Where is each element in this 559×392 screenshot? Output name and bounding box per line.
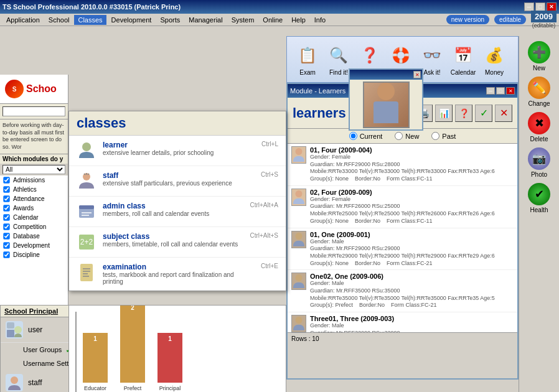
module-discipline-checkbox[interactable] — [3, 251, 9, 258]
module-development-checkbox[interactable] — [3, 242, 9, 248]
module-competition-checkbox[interactable] — [3, 223, 9, 230]
filter-new-radio[interactable] — [395, 132, 403, 140]
delete-action-button[interactable]: ✖ Delete — [524, 112, 555, 142]
svg-point-23 — [296, 274, 303, 281]
close-button[interactable]: ✕ — [547, 2, 557, 11]
health-action-button[interactable]: ✔ Health — [524, 183, 555, 213]
bar-educator[interactable]: 1 — [83, 333, 108, 383]
bar-educator-label: Educator — [84, 385, 106, 391]
menu-school[interactable]: School — [45, 15, 73, 25]
learners-close-btn[interactable]: ✕ — [506, 87, 515, 95]
filter-current[interactable]: Current — [349, 132, 383, 140]
editable-button[interactable]: editable — [494, 15, 526, 24]
class-staff-shortcut: Ctrl+S — [261, 171, 278, 178]
help-learners-button[interactable]: ❓ — [455, 105, 472, 122]
module-awards-label: Awards — [13, 205, 34, 212]
module-competition[interactable]: Competition — [0, 222, 68, 231]
menu-sports[interactable]: Sports — [156, 15, 184, 25]
class-menu-exam[interactable]: examination tests, markbook and report c… — [69, 258, 286, 291]
filter-past-radio[interactable] — [431, 132, 439, 140]
svg-point-18 — [14, 326, 22, 334]
new-version-button[interactable]: new version — [446, 15, 489, 24]
class-exam-name: examination — [103, 263, 255, 271]
calendar-tool[interactable]: 📅 Calendar — [448, 43, 479, 76]
exam-icon: 📋 — [295, 43, 320, 68]
menu-application[interactable]: Application — [2, 15, 44, 25]
photo-popup-close-btn[interactable]: ✕ — [413, 71, 421, 78]
money-icon: 💰 — [482, 43, 507, 68]
bar-educator-group: 1 Educator — [83, 333, 108, 391]
minimize-button[interactable]: ─ — [524, 2, 534, 11]
module-database[interactable]: Database — [0, 231, 68, 241]
svg-point-22 — [296, 233, 303, 240]
module-calendar[interactable]: Calendar — [0, 213, 68, 222]
module-attendance[interactable]: Attendance — [0, 194, 68, 203]
new-action-button[interactable]: ➕ New — [524, 41, 555, 72]
svg-point-20 — [296, 148, 303, 155]
learner-avatar-0 — [291, 146, 306, 164]
learner-detail-0: Gender: FemaleGuardian: Mr.RFF29000 RSu:… — [310, 154, 514, 183]
editable-label: (editable) — [532, 22, 556, 29]
filter-new[interactable]: New — [395, 132, 419, 140]
learners-maximize-btn[interactable]: □ — [496, 87, 505, 95]
menu-classes[interactable]: Classes — [74, 15, 106, 25]
learners-heading: learners — [293, 105, 346, 121]
export-button[interactable]: 📊 — [435, 105, 453, 122]
confirm-button[interactable]: ✓ — [475, 105, 492, 122]
bar-principal[interactable]: 1 — [157, 333, 182, 383]
module-attendance-label: Attendance — [13, 195, 45, 202]
menu-info[interactable]: Info — [311, 15, 329, 25]
learner-info-1: 02, Four (2009-009) Gender: FemaleGuardi… — [310, 189, 514, 225]
menu-managerial[interactable]: Managerial — [185, 15, 226, 25]
menu-online[interactable]: Online — [259, 15, 286, 25]
sidebar-info-text: Before working with day-to-day basis all… — [0, 119, 68, 154]
class-menu-admin[interactable]: admin class members, roll call and calen… — [69, 197, 286, 227]
module-attendance-checkbox[interactable] — [3, 195, 9, 202]
maximize-button[interactable]: □ — [535, 2, 545, 11]
class-menu-subject[interactable]: 2+2 subject class members, timetable, ro… — [69, 227, 286, 258]
learner-item-3[interactable]: One02, One (2009-006) Gender: MaleGuardi… — [288, 270, 517, 312]
svg-point-0 — [82, 142, 91, 151]
module-discipline[interactable]: Discipline — [0, 250, 68, 259]
exam-tool[interactable]: 📋 Exam — [292, 43, 323, 76]
class-exam-shortcut: Ctrl+E — [261, 263, 278, 269]
class-menu-learner[interactable]: learner extensive learner details, prior… — [69, 136, 286, 166]
svg-rect-16 — [7, 322, 14, 329]
module-awards-checkbox[interactable] — [3, 205, 9, 211]
learner-item-4[interactable]: Three01, Three (2009-003) Gender: MaleGu… — [288, 312, 517, 332]
learner-item-0[interactable]: 01, Four (2009-004) Gender: FemaleGuardi… — [288, 144, 517, 186]
staff-panel-icon — [6, 374, 23, 391]
module-awards[interactable]: Awards — [0, 203, 68, 213]
menu-help[interactable]: Help — [288, 15, 309, 25]
cancel-learners-button[interactable]: ✕ — [495, 105, 512, 122]
learners-minimize-btn[interactable]: ─ — [486, 87, 495, 95]
bar-prefect[interactable]: 2 — [120, 305, 145, 383]
module-development[interactable]: Development — [0, 241, 68, 250]
learner-item-2[interactable]: 01, One (2009-001) Gender: MaleGuardian:… — [288, 228, 517, 271]
module-database-checkbox[interactable] — [3, 233, 9, 239]
module-athletics[interactable]: Athletics — [0, 185, 68, 194]
module-calendar-checkbox[interactable] — [3, 214, 9, 220]
filter-current-radio[interactable] — [349, 132, 357, 140]
class-menu-staff[interactable]: staff extensive staff particulars, previ… — [69, 166, 286, 197]
learner-icon — [77, 141, 96, 161]
change-action-button[interactable]: ✏️ Change — [524, 77, 555, 107]
class-subject-name: subject class — [103, 232, 243, 241]
photo-action-button[interactable]: 📷 Photo — [524, 147, 555, 178]
silhouette-head — [377, 83, 395, 100]
svg-rect-6 — [79, 205, 94, 209]
module-admissions[interactable]: Admissions — [0, 175, 68, 185]
learner-item-1[interactable]: 02, Four (2009-009) Gender: FemaleGuardi… — [288, 186, 517, 228]
module-athletics-checkbox[interactable] — [3, 186, 9, 192]
module-admissions-checkbox[interactable] — [3, 177, 9, 183]
menu-system[interactable]: System — [228, 15, 258, 25]
learner-name-3: One02, One (2009-006) — [310, 273, 514, 280]
class-staff-desc: extensive staff particulars, previous ex… — [103, 180, 255, 187]
user-groups-label: User Groups — [23, 346, 62, 353]
menu-development[interactable]: Development — [108, 15, 156, 25]
money-tool[interactable]: 💰 Money — [479, 43, 510, 76]
module-admissions-label: Admissions — [13, 177, 45, 184]
search-input[interactable] — [2, 106, 65, 116]
filter-past[interactable]: Past — [431, 132, 456, 140]
modules-select[interactable]: All — [2, 165, 65, 174]
